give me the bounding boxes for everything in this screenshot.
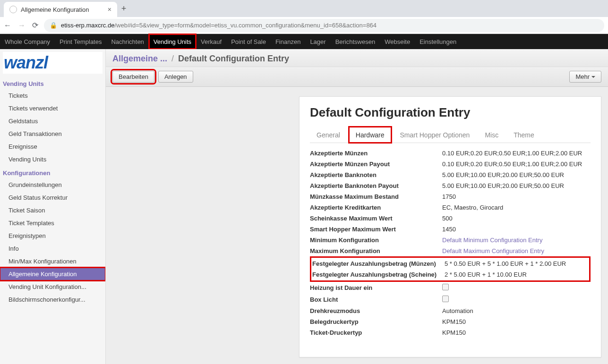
field-row: Akzeptierte Banknoten Payout5.00 EUR;10.… [310, 180, 591, 191]
logo: wanzl [0, 49, 105, 76]
sidebar-item-ticket-templates[interactable]: Ticket Templates [0, 217, 105, 229]
nav-lager[interactable]: Lager [305, 34, 330, 49]
sidebar-item-min-max-konfigurationen[interactable]: Min/Max Konfigurationen [0, 255, 105, 268]
sidebar-item-ticket-saison[interactable]: Ticket Saison [0, 204, 105, 217]
logo-text: wanzl [4, 53, 48, 72]
field-label: Akzeptierte Münzen [310, 150, 442, 157]
field-label: Akzeptierte Banknoten [310, 171, 442, 178]
browser-tab[interactable]: Allgemeine Konfiguration × [4, 2, 117, 17]
sidebar-item-bildschirmschonerkonfigur-[interactable]: Bildschirmschonerkonfigur... [0, 293, 105, 306]
more-button[interactable]: Mehr [569, 71, 601, 83]
field-value: EC, Maestro, Girocard [442, 204, 591, 211]
field-value: KPM150 [442, 318, 591, 325]
field-label: Scheinkasse Maximum Wert [310, 215, 442, 222]
sidebar-item-vending-units[interactable]: Vending Units [0, 153, 105, 166]
forward-icon[interactable]: → [18, 21, 26, 30]
tab-general[interactable]: General [310, 127, 347, 143]
new-tab-button[interactable]: + [117, 4, 130, 14]
field-row: BelegdruckertypKPM150 [310, 316, 591, 327]
sidebar-item-tickets[interactable]: Tickets [0, 89, 105, 102]
field-label: Akzeptierte Kreditkarten [310, 204, 442, 211]
field-value: 1750 [442, 193, 591, 200]
tab-smart-hopper-optionen[interactable]: Smart Hopper Optionen [394, 127, 477, 143]
form-card: Default Configuration Entry GeneralHardw… [299, 96, 601, 357]
sidebar: wanzl Vending Units TicketsTickets verwe… [0, 49, 106, 364]
field-row: Heizung ist Dauer ein [310, 282, 591, 294]
tab-theme[interactable]: Theme [507, 127, 541, 143]
field-row: Akzeptierte Münzen Payout0.10 EUR;0.20 E… [310, 159, 591, 169]
breadcrumb-leaf: Default Configuration Entry [178, 54, 289, 63]
field-value: 0.10 EUR;0.20 EUR;0.50 EUR;1.00 EUR;2.00… [442, 150, 591, 157]
tab-title: Allgemeine Konfiguration [21, 6, 89, 13]
sidebar-item-ereignistypen[interactable]: Ereignistypen [0, 229, 105, 242]
tab-misc[interactable]: Misc [478, 127, 505, 143]
field-label: Münzkasse Maximum Bestand [310, 193, 442, 200]
nav-finanzen[interactable]: Finanzen [271, 34, 305, 49]
sidebar-item-tickets-verwendet[interactable]: Tickets verwendet [0, 102, 105, 115]
sidebar-item-ereignisse[interactable]: Ereignisse [0, 140, 105, 153]
favicon-icon [9, 6, 17, 13]
field-row: Akzeptierte Banknoten5.00 EUR;10.00 EUR;… [310, 169, 591, 180]
back-icon[interactable]: ← [4, 21, 11, 30]
address-bar[interactable]: 🔒 etiss-erp.maxcrc.de/web#id=5&view_type… [44, 19, 604, 32]
field-row: Box Licht [310, 294, 591, 305]
nav-print-templates[interactable]: Print Templates [55, 34, 106, 49]
field-row: Maximum KonfigurationDefault Maximum Con… [310, 245, 591, 256]
url-domain: etiss-erp.maxcrc.de [61, 22, 114, 29]
sidebar-item-info[interactable]: Info [0, 242, 105, 255]
create-button[interactable]: Anlegen [158, 71, 193, 83]
field-value: 5.00 EUR;10.00 EUR;20.00 EUR;50.00 EUR [442, 171, 591, 178]
sidebar-item-vending-unit-konfiguration-[interactable]: Vending Unit Konfiguration... [0, 280, 105, 293]
field-value [442, 284, 591, 292]
field-label: Akzeptierte Banknoten Payout [310, 182, 442, 189]
sidebar-item-geldstatus[interactable]: Geldstatus [0, 115, 105, 127]
field-label: Festgelegter Auszahlungsbetrag (Scheine) [312, 271, 445, 278]
field-row: Minimum KonfigurationDefault Minimum Con… [310, 235, 591, 245]
field-label: Box Licht [310, 296, 442, 303]
close-icon[interactable]: × [108, 6, 111, 13]
url-path: /web#id=5&view_type=form&model=etiss_vu.… [114, 22, 377, 29]
field-label: Festgelegter Auszahlungsbetrag (Münzen) [312, 260, 445, 267]
sidebar-item-allgemeine-konfiguration[interactable]: Allgemeine Konfiguration [0, 268, 105, 280]
card-tabs: GeneralHardwareSmart Hopper OptionenMisc… [310, 127, 591, 143]
field-value: 5 * 0.50 EUR + 5 * 1.00 EUR + 1 * 2.00 E… [445, 260, 588, 267]
field-row: DrehkreuzmodusAutomation [310, 305, 591, 316]
sidebar-section-vending-units[interactable]: Vending Units [0, 76, 105, 89]
field-row: Smart Hopper Maximum Wert1450 [310, 224, 591, 235]
field-row: Scheinkasse Maximum Wert500 [310, 213, 591, 224]
field-label: Minimum Konfiguration [310, 237, 442, 244]
tab-hardware[interactable]: Hardware [349, 127, 392, 143]
nav-point-of-sale[interactable]: Point of Sale [226, 34, 271, 49]
field-value: 5.00 EUR;10.00 EUR;20.00 EUR;50.00 EUR [442, 182, 591, 189]
nav-webseite[interactable]: Webseite [380, 34, 415, 49]
field-value: 0.10 EUR;0.20 EUR;0.50 EUR;1.00 EUR;2.00… [442, 161, 591, 168]
reload-icon[interactable]: ⟳ [32, 21, 38, 30]
field-label: Ticket-Druckertyp [310, 329, 442, 336]
highlighted-rows: Festgelegter Auszahlungsbetrag (Münzen)5… [310, 256, 591, 282]
sidebar-section-konfigurationen[interactable]: Konfigurationen [0, 166, 105, 178]
nav-vending-units[interactable]: Vending Units [149, 34, 196, 49]
field-row: Münzkasse Maximum Bestand1750 [310, 191, 591, 202]
field-label: Heizung ist Dauer ein [310, 284, 442, 291]
nav-berichtswesen[interactable]: Berichtswesen [331, 34, 380, 49]
lock-icon: 🔒 [50, 22, 57, 29]
field-value[interactable]: Default Minimum Configuration Entry [442, 237, 591, 244]
nav-nachrichten[interactable]: Nachrichten [106, 34, 148, 49]
sidebar-item-geld-transaktionen[interactable]: Geld Transaktionen [0, 127, 105, 140]
field-value[interactable]: Default Maximum Configuration Entry [442, 247, 591, 254]
nav-einstellungen[interactable]: Einstellungen [415, 34, 461, 49]
field-row: Akzeptierte KreditkartenEC, Maestro, Gir… [310, 202, 591, 213]
nav-whole-company[interactable]: Whole Company [0, 34, 55, 49]
sidebar-item-geld-status-korrektur[interactable]: Geld Status Korrektur [0, 191, 105, 204]
field-value: 1450 [442, 226, 591, 233]
field-value: 500 [442, 215, 591, 222]
field-row: Festgelegter Auszahlungsbetrag (Scheine)… [312, 269, 588, 280]
field-row: Ticket-DruckertypKPM150 [310, 327, 591, 338]
breadcrumb-root[interactable]: Allgemeine ... [112, 54, 167, 63]
field-value: KPM150 [442, 329, 591, 336]
card-title: Default Configuration Entry [310, 105, 591, 120]
field-row: Akzeptierte Münzen0.10 EUR;0.20 EUR;0.50… [310, 148, 591, 159]
nav-verkauf[interactable]: Verkauf [196, 34, 226, 49]
edit-button[interactable]: Bearbeiten [112, 71, 154, 83]
sidebar-item-grundeinstellungen[interactable]: Grundeinstellungen [0, 178, 105, 191]
